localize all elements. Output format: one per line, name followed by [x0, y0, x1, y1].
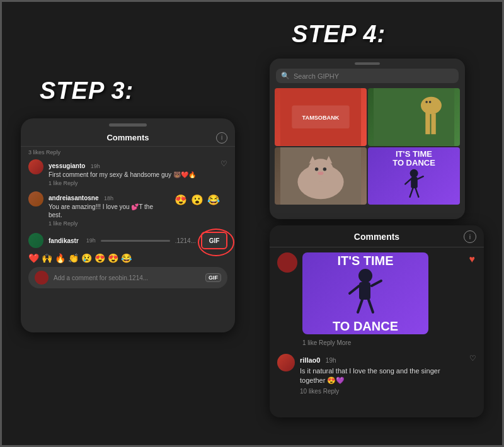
svg-rect-19 [411, 177, 418, 188]
fandikastr-time: 19h [86, 237, 96, 244]
comment2-username: andreiasantosne [49, 195, 98, 201]
svg-point-15 [315, 167, 318, 171]
ig-info-icon: i [464, 230, 476, 243]
svg-rect-3 [374, 88, 454, 146]
svg-line-28 [358, 300, 362, 312]
gif-input-button[interactable]: GIF [205, 273, 221, 282]
svg-line-26 [350, 286, 359, 293]
comment1-username: yessugianto [49, 162, 85, 169]
rillao-content: rillao0 19h Is it natural that I love th… [300, 354, 464, 395]
svg-point-24 [358, 269, 372, 283]
react-heart[interactable]: ❤️ [28, 253, 39, 263]
comments-header: Comments i [21, 130, 235, 147]
svg-line-23 [415, 188, 418, 197]
phone-notch [109, 123, 147, 127]
comment1-time: 19h [91, 163, 100, 169]
gif-giraffe[interactable] [368, 88, 460, 146]
emoji-reactions: 😍 😮 😂 [167, 191, 227, 208]
gif-cat[interactable] [275, 147, 367, 205]
heart-icon-rillao[interactable]: ♡ [469, 354, 476, 363]
gif-button-circled[interactable]: GIF [201, 232, 227, 249]
svg-rect-25 [359, 282, 370, 300]
svg-line-21 [417, 176, 423, 179]
react-laugh[interactable]: 😂 [121, 253, 132, 263]
comment1-content: yessugianto 19h First comment for my sex… [49, 159, 215, 186]
rillao-username: rillao0 [300, 356, 320, 364]
fandikastr-row: fandikastr 19h .1214... GIF [21, 229, 235, 252]
page-wrapper: STEP 3: STEP 4: Comments i 3 likes Reply… [0, 0, 504, 447]
gif-commenter-avatar [277, 252, 297, 273]
avatar-yessugianto [28, 159, 43, 174]
step4-label: STEP 4: [292, 21, 386, 48]
dot-bar [101, 240, 170, 242]
giphy-grid: TAMSOBANK [270, 88, 465, 205]
svg-line-29 [369, 300, 373, 312]
gif-comment-actions: 1 like Reply More [270, 339, 484, 350]
react-heart2[interactable]: 😍 [108, 253, 118, 263]
gif-comment-row: IT'S TIME TO DANCE ♥ [270, 247, 484, 339]
rillao-text: Is it natural that I love the song and t… [300, 366, 464, 386]
gif-dance-preview: IT'S TIME TO DANCE [302, 252, 428, 334]
svg-rect-2 [292, 105, 350, 128]
avatar-fandikastr [28, 233, 43, 248]
react-fire[interactable]: 🔥 [55, 253, 66, 263]
comment2-time: 18h [104, 195, 113, 201]
search-icon: 🔍 [281, 72, 290, 80]
emoji-laugh: 😂 [207, 194, 220, 206]
dance-line1: IT'S TIME [396, 149, 432, 159]
step4-instagram: Comments i IT'S TIME TO DANCE ♥ [270, 225, 484, 417]
react-clap[interactable]: 👏 [68, 253, 79, 263]
step3-phone: Comments i 3 likes Reply yessugianto 19h… [21, 118, 235, 332]
my-avatar [35, 271, 49, 285]
comment1-actions: 1 like Reply [49, 180, 215, 186]
reaction-emojis-bar: ❤️ 🙌 🔥 👏 😢 😍 😍 😂 [21, 252, 235, 264]
svg-rect-6 [431, 113, 435, 134]
rillao-actions: 10 likes Reply [300, 388, 464, 395]
giphy-panel: 🔍 Search GIPHY TAMSOBANK [270, 59, 465, 219]
svg-point-17 [318, 171, 323, 174]
svg-rect-5 [425, 111, 430, 135]
svg-point-9 [429, 101, 432, 103]
gif-sports[interactable]: TAMSOBANK [275, 88, 367, 146]
comment-input-bar[interactable]: Add a comment for seobin.1214... GIF [28, 267, 227, 288]
dance-line2: TO DANCE [392, 158, 435, 167]
comment2-actions: 1 like Reply [49, 220, 162, 227]
avatar-rillao [277, 354, 295, 371]
emoji-heart-eyes: 😍 [175, 194, 187, 206]
react-sad[interactable]: 😢 [81, 253, 92, 263]
preview-line2: TO DANCE [333, 319, 398, 334]
ig-comments-header: Comments i [270, 225, 484, 247]
svg-line-20 [405, 179, 411, 184]
comment-placeholder: Add a comment for seobin.1214... [54, 274, 200, 281]
svg-point-16 [323, 167, 326, 171]
ig-comments-title: Comments [354, 232, 399, 242]
heart-red-icon[interactable]: ♥ [469, 254, 476, 265]
heart-icon1[interactable]: ♡ [220, 159, 227, 168]
rillao-time: 19h [326, 357, 336, 364]
svg-point-18 [410, 169, 418, 178]
giphy-notch [355, 62, 380, 65]
svg-line-22 [410, 188, 413, 197]
comment2-text: You are amazing!!! I love you 💕T the bes… [49, 203, 162, 219]
comment2-row: andreiasantosne 18h You are amazing!!! I… [21, 189, 235, 229]
comment1-text: First comment for my sexy & handsome guy… [49, 171, 215, 179]
emoji-surprised: 😮 [191, 194, 203, 206]
avatar-andreia [28, 191, 43, 207]
comments-title: Comments [106, 133, 149, 142]
preview-line1: IT'S TIME [337, 253, 393, 268]
search-placeholder: Search GIPHY [294, 72, 339, 80]
giphy-search-bar[interactable]: 🔍 Search GIPHY [276, 69, 459, 83]
gif-dance-giphy[interactable]: IT'S TIME TO DANCE [368, 147, 460, 205]
svg-line-27 [372, 281, 381, 286]
fandikastr-username: fandikastr [49, 237, 79, 244]
react-hands[interactable]: 🙌 [42, 253, 52, 263]
react-eyes[interactable]: 😍 [94, 253, 105, 263]
svg-point-7 [424, 98, 433, 110]
step3-label: STEP 3: [40, 77, 134, 105]
info-icon: i [216, 132, 227, 144]
rillao-comment-row: rillao0 19h Is it natural that I love th… [270, 350, 484, 399]
comment2-content: andreiasantosne 18h You are amazing!!! I… [49, 191, 162, 227]
comment1-row: yessugianto 19h First comment for my sex… [21, 157, 235, 189]
comment1-likes-reply: 3 likes Reply [21, 147, 235, 157]
fandikastr-num: .1214... [175, 237, 196, 244]
